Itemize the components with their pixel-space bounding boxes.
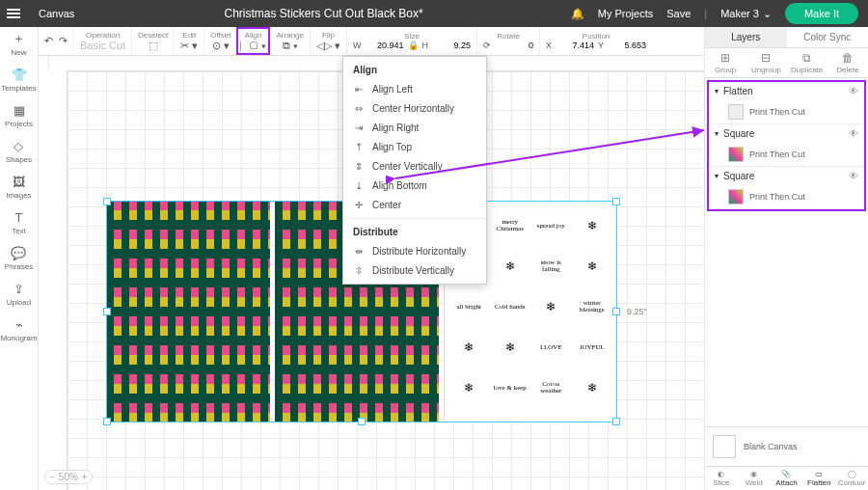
layer-thumbnail — [728, 104, 744, 120]
zoom-out-icon[interactable]: − — [49, 472, 55, 482]
right-panel: Layers Color Sync ⊞Group ⊟Ungroup ⧉Dupli… — [704, 27, 868, 490]
align-item[interactable]: ⇔Center Horizontally — [343, 98, 486, 118]
canvas-swatch[interactable] — [713, 435, 736, 458]
blank-canvas-row[interactable]: Blank Canvas — [705, 426, 868, 466]
contour-button[interactable]: ◯Contour — [835, 467, 868, 490]
eye-icon[interactable]: 👁 — [849, 128, 858, 139]
zoom-control[interactable]: −50%+ — [44, 470, 93, 484]
contour-icon: ◯ — [848, 470, 856, 478]
lock-icon[interactable]: 🔒 — [408, 41, 419, 50]
align-item-icon: ⤒ — [353, 141, 365, 152]
align-item[interactable]: ⤓Align Bottom — [343, 176, 486, 195]
slice-icon: ◐ — [718, 470, 724, 478]
group-icon: ⊞ — [720, 51, 730, 65]
weld-button[interactable]: ◉Weld — [738, 467, 771, 490]
y-input[interactable] — [608, 41, 646, 50]
align-item[interactable]: ⇳Distribute Vertically — [343, 260, 486, 280]
rotate-input[interactable] — [495, 41, 533, 50]
tool-new[interactable]: ＋New — [11, 31, 26, 57]
align-item[interactable]: ⤒Align Top — [343, 137, 486, 156]
monogram-icon: ⌁ — [12, 316, 27, 332]
project-title[interactable]: Christmas Stickers Cut Out Black Box* — [86, 7, 560, 20]
operation-value[interactable]: Basic Cut — [80, 40, 125, 51]
ungroup-icon: ⊟ — [761, 51, 771, 65]
trash-icon: 🗑 — [842, 51, 854, 65]
dropdown-section-align: Align — [343, 61, 486, 79]
ruler-vertical — [39, 71, 68, 490]
tool-projects[interactable]: ▦Projects — [5, 102, 33, 128]
tab-color-sync[interactable]: Color Sync — [787, 27, 869, 47]
tool-templates[interactable]: 👕Templates — [1, 67, 36, 93]
tool-text[interactable]: TText — [12, 209, 27, 235]
new-icon: ＋ — [11, 31, 26, 46]
align-item-icon: ✛ — [353, 199, 365, 210]
save-button[interactable]: Save — [666, 8, 691, 19]
bell-icon[interactable]: 🔔 — [571, 8, 584, 20]
upload-icon: ⇪ — [11, 281, 26, 296]
flatten-icon: ▭ — [815, 470, 823, 478]
rotate-icon: ⟳ — [483, 41, 491, 50]
width-input[interactable] — [366, 41, 404, 50]
separator: | — [704, 8, 707, 19]
align-item[interactable]: ⇹Distribute Horizontally — [343, 241, 486, 260]
flip-button[interactable]: ◁▷ ▾ — [316, 40, 340, 51]
tool-upload[interactable]: ⇪Upload — [7, 281, 31, 307]
layer-item[interactable]: ▾Square👁Print Then Cut — [709, 167, 864, 209]
dimension-label: 9.25" — [627, 307, 647, 316]
ungroup-button[interactable]: ⊟Ungroup — [746, 48, 786, 77]
my-projects-link[interactable]: My Projects — [598, 8, 653, 19]
chevron-down-icon[interactable]: ▾ — [715, 172, 719, 180]
resize-handle[interactable] — [103, 308, 111, 315]
resize-handle[interactable] — [358, 418, 366, 425]
align-item[interactable]: ⇤Align Left — [343, 79, 486, 98]
tool-shapes[interactable]: ◇Shapes — [6, 138, 32, 164]
resize-handle[interactable] — [103, 418, 111, 425]
eye-icon[interactable]: 👁 — [849, 86, 858, 96]
chevron-down-icon[interactable]: ▾ — [715, 129, 719, 138]
deselect-button[interactable]: ⬚ — [149, 40, 158, 51]
eye-icon[interactable]: 👁 — [849, 171, 858, 181]
resize-handle[interactable] — [103, 198, 111, 205]
height-input[interactable] — [432, 41, 471, 50]
size-label: Size — [404, 32, 420, 41]
left-toolbar: ＋New👕Templates▦Projects◇Shapes🖼ImagesTTe… — [0, 27, 39, 490]
align-item[interactable]: ⇕Center Vertically — [343, 156, 486, 176]
flatten-button[interactable]: ▭Flatten — [802, 467, 835, 490]
resize-handle[interactable] — [612, 308, 620, 315]
tool-images[interactable]: 🖼Images — [6, 174, 31, 200]
align-button[interactable]: ⎸▢ ▾ — [240, 40, 265, 51]
tool-phrases[interactable]: 💬Phrases — [5, 245, 33, 271]
rotate-label: Rotate — [497, 32, 520, 41]
layer-item[interactable]: ▾Flatten👁Print Then Cut — [709, 82, 864, 124]
align-item[interactable]: ⇥Align Right — [343, 118, 486, 137]
layer-item[interactable]: ▾Square👁Print Then Cut — [709, 124, 864, 167]
slice-button[interactable]: ◐Slice — [705, 467, 738, 490]
dropdown-section-distribute: Distribute — [343, 223, 486, 241]
duplicate-button[interactable]: ⧉Duplicate — [787, 48, 827, 77]
delete-button[interactable]: 🗑Delete — [827, 48, 868, 77]
align-item-icon: ⤓ — [353, 179, 365, 191]
attach-icon: 📎 — [781, 470, 791, 478]
arrange-button[interactable]: ⧉ ▾ — [283, 40, 298, 51]
resize-handle[interactable] — [612, 198, 620, 205]
edit-button[interactable]: ✂ ▾ — [180, 40, 198, 51]
tool-monogram[interactable]: ⌁Monogram — [0, 316, 37, 342]
chevron-down-icon[interactable]: ▾ — [715, 87, 719, 95]
align-item[interactable]: ✛Center — [343, 195, 486, 214]
machine-selector[interactable]: Maker 3 ⌄ — [720, 8, 772, 20]
shapes-icon: ◇ — [11, 138, 26, 153]
resize-handle[interactable] — [612, 418, 620, 425]
redo-button[interactable]: ↷ — [59, 35, 68, 47]
x-input[interactable] — [556, 41, 594, 50]
make-it-button[interactable]: Make It — [785, 3, 858, 24]
undo-button[interactable]: ↶ — [44, 35, 53, 47]
align-item-icon: ⇳ — [353, 264, 365, 276]
projects-icon: ▦ — [12, 102, 27, 118]
zoom-in-icon[interactable]: + — [82, 472, 88, 482]
tab-layers[interactable]: Layers — [705, 27, 787, 47]
group-button[interactable]: ⊞Group — [705, 48, 746, 77]
attach-button[interactable]: 📎Attach — [771, 467, 803, 490]
topbar: Canvas Christmas Stickers Cut Out Black … — [0, 0, 868, 27]
menu-icon[interactable] — [0, 13, 27, 14]
offset-button[interactable]: ⊙ ▾ — [212, 40, 230, 51]
